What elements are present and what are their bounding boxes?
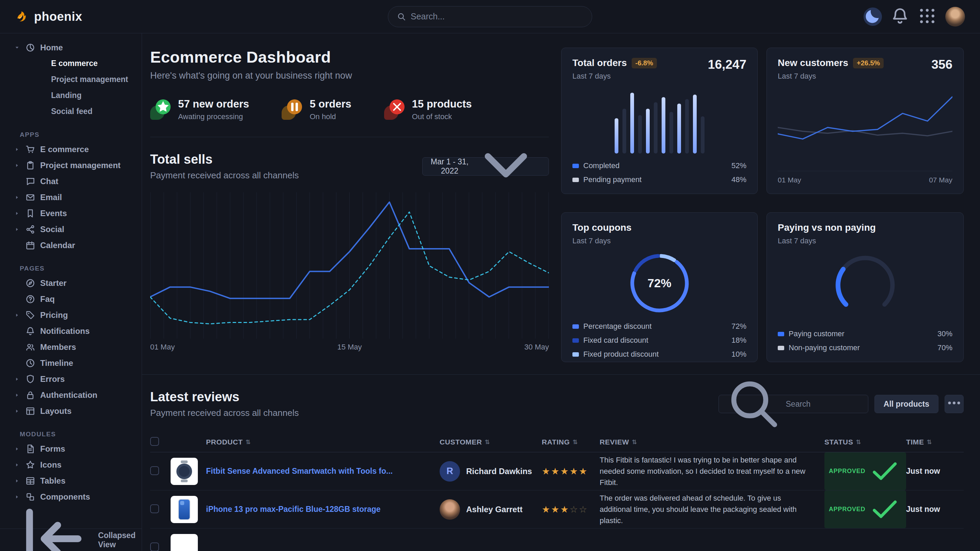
stat-on-hold: 5 orders On hold: [282, 98, 351, 121]
reviews-search-input[interactable]: [786, 400, 862, 409]
axis-label: 07 May: [929, 176, 952, 184]
sort-icon: ⇅: [856, 438, 861, 446]
user-avatar[interactable]: [945, 7, 965, 27]
sort-icon: ⇅: [245, 438, 251, 446]
sidebar-item-landing[interactable]: Landing: [0, 87, 142, 103]
sidebar-item-project-management[interactable]: Project management: [0, 71, 142, 87]
total-orders-legend: Completed 52% Pending payment 48%: [573, 156, 746, 184]
shield-icon: [25, 374, 35, 384]
customer-cell: Ashley Garrett: [440, 499, 542, 520]
new-customers-axis-labels: 01 May07 May: [778, 171, 952, 184]
pause-icon: [282, 99, 302, 120]
clock-icon: [25, 358, 35, 368]
sidebar-item-faq[interactable]: Faq: [0, 291, 142, 307]
sidebar-item-events[interactable]: Events: [0, 205, 142, 221]
legend-swatch: [573, 352, 579, 357]
all-products-button[interactable]: All products: [875, 395, 939, 413]
product-link[interactable]: iPhone 13 pro max-Pacific Blue-128GB sto…: [206, 505, 440, 514]
legend-swatch: [778, 346, 784, 350]
global-search[interactable]: [388, 6, 592, 27]
column-header-product[interactable]: PRODUCT⇅: [206, 438, 440, 446]
status-badge: APPROVED: [824, 452, 906, 490]
column-header-status[interactable]: STATUS⇅: [824, 438, 906, 446]
column-header-customer[interactable]: CUSTOMER⇅: [440, 438, 542, 446]
sidebar-item-authentication[interactable]: Authentication: [0, 387, 142, 403]
search-icon: [397, 12, 406, 21]
brand[interactable]: phoenix: [15, 9, 83, 24]
caret-right-icon: [14, 392, 21, 399]
product-link[interactable]: Fitbit Sense Advanced Smartwatch with To…: [206, 467, 440, 476]
card-title: Paying vs non paying: [778, 222, 876, 233]
caret-right-icon: [14, 446, 21, 452]
card-period: Last 7 days: [778, 237, 876, 245]
caret-right-icon: [14, 226, 21, 233]
legend-item-fixed-product-discount: Fixed product discount 10%: [573, 350, 746, 359]
phoenix-logo-icon: [15, 9, 29, 24]
sidebar-item-social-feed[interactable]: Social feed: [0, 103, 142, 119]
grid-icon: [918, 7, 936, 26]
sidebar-section-modules: MODULES: [0, 428, 142, 441]
axis-label: 01 May: [778, 176, 801, 184]
column-header-rating[interactable]: RATING⇅: [542, 438, 600, 446]
stat-label: On hold: [310, 112, 351, 121]
row-checkbox[interactable]: [150, 466, 159, 475]
global-search-input[interactable]: [410, 11, 583, 21]
more-options-button[interactable]: [945, 395, 964, 413]
reviews-search[interactable]: [719, 395, 868, 413]
pie-icon: [25, 43, 35, 52]
top-coupons-card: Top coupons Last 7 days 72% Percentage d…: [561, 212, 758, 362]
date-range-select[interactable]: Mar 1 - 31, 2022: [422, 157, 549, 176]
caret-right-icon: [14, 494, 21, 500]
total-orders-bar-chart: [608, 89, 711, 154]
sidebar-item-calendar[interactable]: Calendar: [0, 237, 142, 253]
product-thumbnail-watch[interactable]: [170, 458, 198, 485]
sidebar-item-chat[interactable]: Chat: [0, 173, 142, 189]
sidebar-item-notifications[interactable]: Notifications: [0, 323, 142, 339]
sidebar-item-pricing[interactable]: Pricing: [0, 307, 142, 323]
ellipsis-icon: [945, 394, 963, 414]
sidebar-item-e-commerce[interactable]: E commerce: [0, 141, 142, 157]
sidebar-item-timeline[interactable]: Timeline: [0, 355, 142, 371]
select-all-checkbox[interactable]: [150, 437, 159, 446]
sort-icon: ⇅: [927, 438, 932, 446]
review-text: The order was delivered ahead of schedul…: [600, 492, 824, 526]
tag-icon: [25, 310, 35, 320]
sidebar-item-members[interactable]: Members: [0, 339, 142, 355]
review-row: Fitbit Sense Advanced Smartwatch with To…: [150, 452, 964, 491]
x-icon: [384, 99, 404, 120]
theme-toggle-button[interactable]: [864, 8, 882, 26]
share-icon: [25, 225, 35, 234]
sidebar-item-project-management[interactable]: Project management: [0, 157, 142, 173]
apps-grid-button[interactable]: [918, 8, 936, 26]
sidebar-item-errors[interactable]: Errors: [0, 371, 142, 387]
sidebar-item-starter[interactable]: Starter: [0, 275, 142, 291]
top-navbar: phoenix: [0, 0, 980, 33]
product-thumbnail-phone[interactable]: [170, 496, 198, 523]
top-coupons-legend: Percentage discount 72% Fixed card disco…: [573, 317, 746, 359]
column-header-time[interactable]: TIME⇅: [906, 438, 964, 446]
total-sells-title: Total sells: [150, 152, 299, 167]
app-root: phoenix HomeE commerceProject management…: [0, 0, 980, 551]
new-customers-line-chart: [778, 91, 952, 159]
axis-label: 15 May: [337, 343, 362, 352]
sidebar-item-icons[interactable]: Icons: [0, 457, 142, 473]
sidebar-item-e-commerce[interactable]: E commerce: [0, 56, 142, 71]
sidebar-item-email[interactable]: Email: [0, 189, 142, 205]
collapsed-view-toggle[interactable]: Collapsed View: [0, 529, 142, 551]
sidebar-item-home[interactable]: Home: [0, 40, 142, 56]
caret-spacer: [14, 360, 21, 367]
stat-label: Awating processing: [178, 112, 249, 121]
total-sells-chart: [150, 192, 549, 339]
sidebar-item-social[interactable]: Social: [0, 221, 142, 237]
sidebar-item-tables[interactable]: Tables: [0, 473, 142, 489]
sidebar-item-forms[interactable]: Forms: [0, 441, 142, 457]
sidebar-item-layouts[interactable]: Layouts: [0, 403, 142, 419]
caret-spacer: [14, 344, 21, 351]
notifications-button[interactable]: [891, 8, 909, 26]
column-header-review[interactable]: REVIEW⇅: [600, 438, 824, 446]
row-checkbox[interactable]: [150, 504, 159, 513]
section-divider: [142, 374, 980, 375]
product-thumbnail[interactable]: [170, 534, 198, 551]
row-checkbox[interactable]: [150, 543, 159, 551]
layout-icon: [25, 407, 35, 416]
